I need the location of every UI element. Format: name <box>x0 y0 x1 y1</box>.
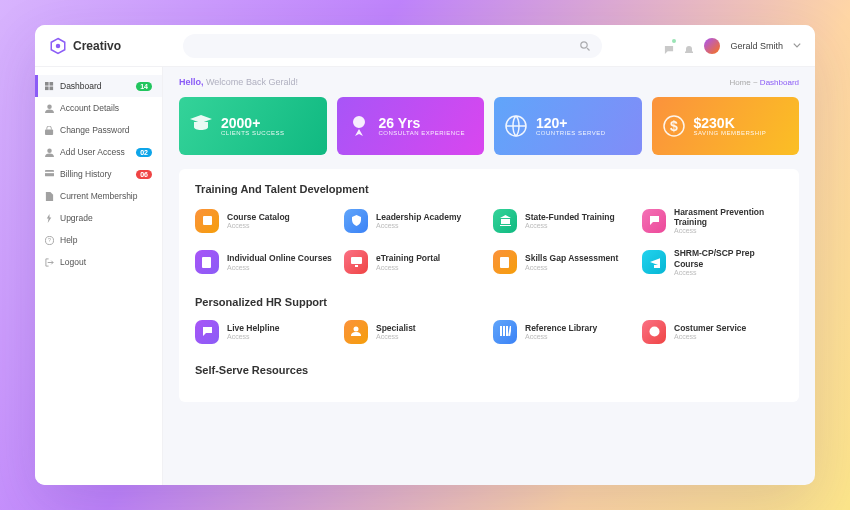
stat-card[interactable]: $230K SAVING MEMBERSHIP <box>652 97 800 155</box>
sidebar-item-current-membership[interactable]: Current Membership <box>35 185 162 207</box>
sidebar-badge: 14 <box>136 82 152 91</box>
card-sub: Access <box>525 333 597 340</box>
sidebar-item-help[interactable]: Help <box>35 229 162 251</box>
card-name: Skills Gap Assessment <box>525 253 618 263</box>
section-title: Personalized HR Support <box>195 296 783 308</box>
stat-label: SAVING MEMBERSHIP <box>694 130 767 136</box>
sidebar-item-label: Billing History <box>60 169 130 179</box>
lib-icon <box>493 320 517 344</box>
card-name: Course Catalog <box>227 212 290 222</box>
feature-card[interactable]: Harasment Prevention Training Access <box>642 207 783 234</box>
grid-icon <box>45 82 54 91</box>
feature-card[interactable]: Individual Online Courses Access <box>195 248 336 275</box>
search-input[interactable] <box>183 34 602 58</box>
grad-icon <box>189 114 213 138</box>
section-title: Training And Talent Development <box>195 183 783 195</box>
card-name: SHRM-CP/SCP Prep Course <box>674 248 783 268</box>
card-sub: Access <box>227 222 290 229</box>
user-icon <box>45 104 54 113</box>
sidebar-item-label: Dashboard <box>60 81 130 91</box>
card-name: eTraining Portal <box>376 253 440 263</box>
card-sub: Access <box>227 333 279 340</box>
card-sub: Access <box>227 264 332 271</box>
chevron-down-icon[interactable] <box>793 42 801 50</box>
section-title: Self-Serve Resources <box>195 364 783 376</box>
card-name: State-Funded Training <box>525 212 615 222</box>
card-name: Individual Online Courses <box>227 253 332 263</box>
stat-value: 26 Yrs <box>379 116 465 130</box>
sidebar-badge: 02 <box>136 148 152 157</box>
logo[interactable]: Creativo <box>49 37 121 55</box>
stat-cards: 2000+ CLIENTS SUCCESS 26 Yrs CONSULTAN E… <box>163 97 815 155</box>
card-grid: Live Helpline Access Specialist Access R… <box>195 320 783 344</box>
feature-card[interactable]: Specialist Access <box>344 320 485 344</box>
brand-name: Creativo <box>73 39 121 53</box>
feature-card[interactable]: eTraining Portal Access <box>344 248 485 275</box>
feature-card[interactable]: Leadership Academy Access <box>344 207 485 234</box>
feature-card[interactable]: Reference Library Access <box>493 320 634 344</box>
card-sub: Access <box>525 222 615 229</box>
feature-card[interactable]: Skills Gap Assessment Access <box>493 248 634 275</box>
search-icon <box>580 41 590 51</box>
globe-icon <box>504 114 528 138</box>
stat-card[interactable]: 120+ COUNTRIES SERVED <box>494 97 642 155</box>
sidebar-item-label: Account Details <box>60 103 152 113</box>
sidebar-item-dashboard[interactable]: Dashboard 14 <box>35 75 162 97</box>
avatar[interactable] <box>704 38 720 54</box>
breadcrumb: Home ~ Dashboard <box>729 78 799 87</box>
card-name: Harasment Prevention Training <box>674 207 783 227</box>
sidebar-item-label: Change Password <box>60 125 152 135</box>
money-icon <box>662 114 686 138</box>
welcome-text: Hello, Welcome Back Gerald! <box>179 77 298 87</box>
card-name: Leadership Academy <box>376 212 461 222</box>
doc-icon <box>493 250 517 274</box>
card-name: Specialist <box>376 323 416 333</box>
stat-label: CONSULTAN EXPERIENCE <box>379 130 465 136</box>
feature-card[interactable]: SHRM-CP/SCP Prep Course Access <box>642 248 783 275</box>
content-panel: Training And Talent Development Course C… <box>179 169 799 402</box>
feature-card[interactable]: State-Funded Training Access <box>493 207 634 234</box>
stat-value: 2000+ <box>221 116 285 130</box>
sidebar-item-billing-history[interactable]: Billing History 06 <box>35 163 162 185</box>
messages-icon[interactable] <box>664 41 674 51</box>
ribbon-icon <box>347 114 371 138</box>
support-icon <box>642 320 666 344</box>
sidebar-item-label: Logout <box>60 257 152 267</box>
sidebar-item-change-password[interactable]: Change Password <box>35 119 162 141</box>
chat-icon <box>642 209 666 233</box>
user-plus-icon <box>45 148 54 157</box>
sidebar-item-label: Upgrade <box>60 213 152 223</box>
hello-row: Hello, Welcome Back Gerald! Home ~ Dashb… <box>163 67 815 97</box>
page-icon <box>195 250 219 274</box>
feature-card[interactable]: Course Catalog Access <box>195 207 336 234</box>
sidebar-item-label: Help <box>60 235 152 245</box>
feature-card[interactable]: Costumer Service Access <box>642 320 783 344</box>
svg-point-27 <box>56 43 61 48</box>
card-name: Reference Library <box>525 323 597 333</box>
chat-icon <box>195 320 219 344</box>
feature-card[interactable]: Live Helpline Access <box>195 320 336 344</box>
card-sub: Access <box>525 264 618 271</box>
user-name: Gerald Smith <box>730 41 783 51</box>
card-sub: Access <box>674 269 783 276</box>
sidebar-item-account-details[interactable]: Account Details <box>35 97 162 119</box>
sidebar-item-logout[interactable]: Logout <box>35 251 162 273</box>
card-name: Costumer Service <box>674 323 746 333</box>
topbar: Creativo Gerald Smith <box>35 25 815 67</box>
stat-card[interactable]: 26 Yrs CONSULTAN EXPERIENCE <box>337 97 485 155</box>
main-content: Hello, Welcome Back Gerald! Home ~ Dashb… <box>163 67 815 485</box>
stat-card[interactable]: 2000+ CLIENTS SUCCESS <box>179 97 327 155</box>
logout-icon <box>45 258 54 267</box>
card-sub: Access <box>376 222 461 229</box>
sidebar-item-add-user-access[interactable]: Add User Access 02 <box>35 141 162 163</box>
stat-label: CLIENTS SUCCESS <box>221 130 285 136</box>
sidebar-item-upgrade[interactable]: Upgrade <box>35 207 162 229</box>
notifications-icon[interactable] <box>684 41 694 51</box>
card-sub: Access <box>674 227 783 234</box>
help-icon <box>45 236 54 245</box>
stat-value: 120+ <box>536 116 606 130</box>
top-actions: Gerald Smith <box>664 38 801 54</box>
card-sub: Access <box>376 264 440 271</box>
user-icon <box>344 320 368 344</box>
bolt-icon <box>45 214 54 223</box>
